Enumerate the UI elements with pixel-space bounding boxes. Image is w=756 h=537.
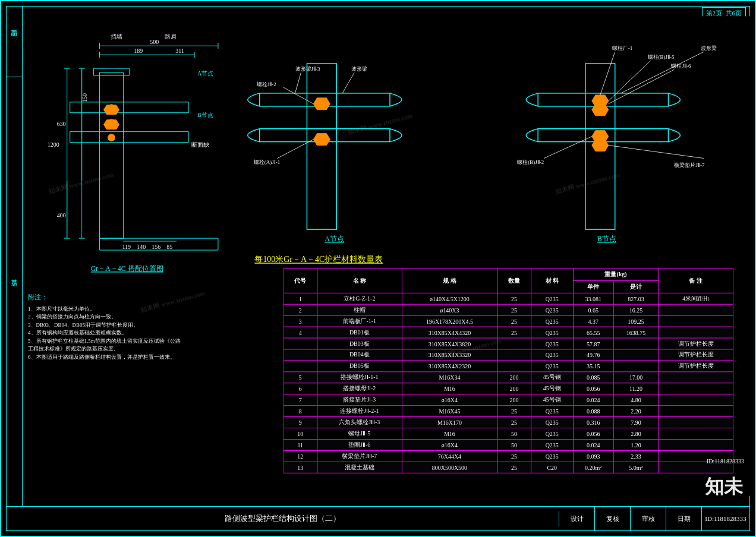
- note-item: 6、本图适用于路端及路侧桥栏结构设置，并是护栏置一致来。: [28, 353, 182, 362]
- drawing-area: 挡墙 路肩 500 189 311 A节点 B节点 断面缺 150 630 12…: [23, 6, 750, 506]
- svg-marker-30: [104, 105, 119, 115]
- left-diagram-title: Gr－A－4C 搭配位置图: [91, 264, 163, 273]
- svg-marker-51: [313, 98, 330, 110]
- svg-text:波形梁: 波形梁: [701, 45, 717, 51]
- svg-text:85: 85: [166, 244, 172, 250]
- table-row: 12横梁垫片JⅢ-776X44X425Q2350.0932.33: [284, 450, 733, 462]
- svg-text:311: 311: [175, 48, 184, 54]
- date-cell: 日期: [666, 507, 702, 530]
- table-row: 11垫圈JⅡ-6ø16X450Q2350.0241.20: [284, 439, 733, 450]
- notes-section: 附注： 1、本图尺寸以毫米为单位。2、钢粱的搭接力向点与柱方向一致。3、DB03…: [28, 292, 182, 361]
- table-row: DB03板310X85X4X3820Q23557.87调节护栏长度: [284, 338, 733, 349]
- table-row: 5搭接螺栓JⅠ-1-1M16X3420045号钢0.08517.00: [284, 372, 733, 383]
- table-row: 6搭接螺母JⅠ-2M1620045号钢0.05611.20: [284, 383, 733, 394]
- svg-text:400: 400: [57, 212, 66, 219]
- svg-text:螺栓(A)JI-1: 螺栓(A)JI-1: [254, 160, 280, 166]
- zhiwei-logo: 知未: [705, 474, 743, 500]
- table-row: 2柱帽ø140X325Q2350.6516.25: [284, 304, 733, 315]
- svg-marker-31: [104, 120, 119, 129]
- node-b-label: B节点: [597, 235, 616, 243]
- svg-text:119: 119: [122, 244, 131, 250]
- svg-text:螺柱(B)JⅡ-5: 螺柱(B)JⅡ-5: [648, 54, 675, 60]
- table-row: DB05板310X85X4X2320Q23535.15调节护栏长度: [284, 361, 733, 372]
- table-row: 7搭接垫片JⅠ-3ø16X420045号钢0.0244.80: [284, 394, 733, 406]
- review-cell: 复核: [595, 507, 631, 530]
- svg-text:630: 630: [57, 121, 66, 127]
- table-title: 每100米Gr－A－4C护栏材料数量表: [254, 255, 383, 264]
- svg-text:156: 156: [152, 244, 160, 250]
- svg-text:螺栓JⅡ-2: 螺栓JⅡ-2: [257, 81, 276, 87]
- notes-list: 1、本图尺寸以毫米为单位。2、钢粱的搭接力向点与柱方向一致。3、DB03、DB0…: [28, 305, 182, 362]
- table-row: 8连接螺栓JⅡ-2-1M16X4525Q2350.0882.20: [284, 406, 733, 417]
- svg-text:A节点: A节点: [197, 70, 213, 77]
- svg-marker-69: [592, 140, 609, 151]
- table-row: 1立柱G-Z-1-2ø140X4.5X120025Q23533.081827.0…: [284, 293, 733, 304]
- table-row: 13混凝土基础800X500X50025C200.20m²5.0m²: [284, 462, 733, 473]
- materials-table: 代号 名 称 规 格 数量 材 料 重量(kg) 备 注 单件 是计: [284, 268, 734, 473]
- svg-text:500: 500: [150, 39, 159, 45]
- id-label: ID:1181828333: [707, 458, 744, 465]
- main-svg: 挡墙 路肩 500 189 311 A节点 B节点 断面缺 150 630 12…: [23, 6, 750, 506]
- svg-marker-67: [592, 104, 609, 116]
- node-a-label: A节点: [325, 235, 344, 243]
- table-row: 3前端板厂-1-1196X178X200X4.525Q2354.37109.25: [284, 315, 733, 327]
- table-row: 4DB01板310X85X4X432025Q23565.551638.75: [284, 327, 733, 338]
- svg-text:189: 189: [134, 48, 143, 54]
- svg-text:螺柱(B)JⅡ-2: 螺柱(B)JⅡ-2: [517, 160, 544, 166]
- notes-title: 附注：: [28, 292, 182, 303]
- id-cell: ID:1181828333: [702, 507, 749, 530]
- svg-text:螺柱JⅡ-6: 螺柱JⅡ-6: [671, 63, 691, 69]
- left-mid: 监合: [6, 77, 22, 506]
- svg-text:横梁垫片JⅡ-7: 横梁垫片JⅡ-7: [674, 162, 704, 168]
- note-item: 5、所有钢护栏立柱基础1.5m范围内的填土留实度应压试验《公路工程技术标准》所规…: [28, 337, 182, 353]
- note-item: 3、DB03、DB04、DB05用于调节护栏长度用。: [28, 321, 182, 330]
- main-container: 第2页 共6页 监理 监合: [0, 0, 756, 537]
- table-row: 9六角头螺栓JⅢ-3M16X17025Q2350.3167.90: [284, 417, 733, 428]
- svg-text:140: 140: [137, 244, 146, 250]
- drawing-title: 路侧波型梁护栏结构设计图（二）: [7, 511, 559, 526]
- svg-point-29: [108, 134, 115, 141]
- svg-text:1200: 1200: [48, 141, 59, 148]
- left-top: 监理: [6, 6, 22, 77]
- table-row: 10螺母JⅡ-5M1650Q2350.0562.80: [284, 428, 733, 440]
- svg-text:断面缺: 断面缺: [191, 141, 209, 148]
- svg-text:挡墙: 挡墙: [111, 33, 122, 40]
- svg-text:路肩: 路肩: [165, 33, 177, 40]
- note-item: 2、钢粱的搭接力向点与柱方向一致。: [28, 313, 182, 321]
- svg-text:B节点: B节点: [197, 112, 213, 118]
- svg-text:波形梁JⅡ-3: 波形梁JⅡ-3: [295, 66, 320, 72]
- bottom-bar: 路侧波型梁护栏结构设计图（二） 设计 复核 审核 日期 ID:118182833…: [6, 506, 750, 531]
- left-panel: 监理 监合: [6, 6, 23, 506]
- note-item: 1、本图尺寸以毫米为单位。: [28, 305, 182, 314]
- design-cell: 设计: [559, 507, 595, 530]
- svg-text:150: 150: [81, 93, 88, 102]
- svg-text:波形梁: 波形梁: [351, 66, 367, 72]
- svg-text:螺柱厂-1: 螺柱厂-1: [612, 45, 632, 51]
- table-row: DB04板310X85X4X3320Q23549.76调节护栏长度: [284, 349, 733, 361]
- note-item: 4、所有钢构均应遵枝基础处磨粗糊实数。: [28, 329, 182, 337]
- svg-marker-52: [313, 134, 330, 146]
- check-cell: 审核: [631, 507, 666, 530]
